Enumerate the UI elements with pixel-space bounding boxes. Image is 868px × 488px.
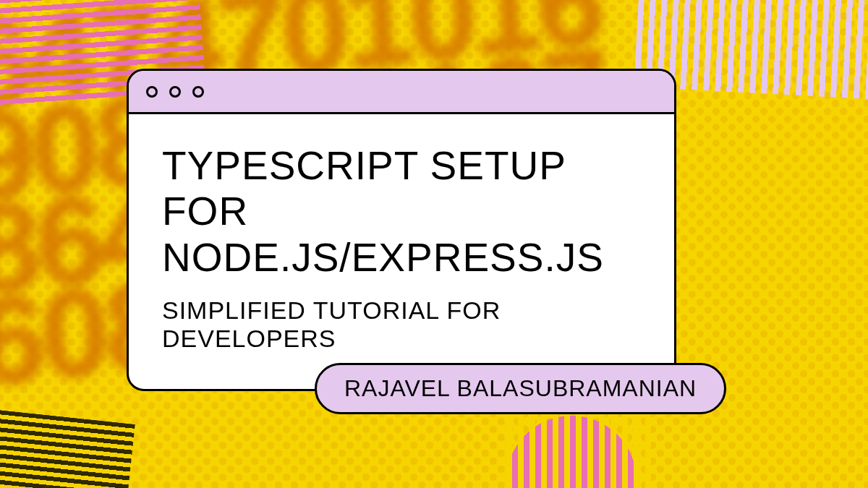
browser-window: TYPESCRIPT SETUP FOR NODE.JS/EXPRESS.JS … (127, 69, 676, 391)
subtitle: SIMPLIFIED TUTORIAL FOR DEVELOPERS (162, 296, 641, 353)
window-dot-icon (169, 86, 181, 98)
window-content: TYPESCRIPT SETUP FOR NODE.JS/EXPRESS.JS … (129, 114, 674, 389)
author-name: RAJAVEL BALASUBRAMANIAN (344, 375, 697, 402)
window-dot-icon (146, 86, 158, 98)
author-badge: RAJAVEL BALASUBRAMANIAN (315, 363, 726, 414)
window-titlebar (129, 71, 674, 114)
main-title: TYPESCRIPT SETUP FOR NODE.JS/EXPRESS.JS (162, 143, 641, 281)
stripes-bottom-right (506, 408, 651, 488)
window-dot-icon (192, 86, 204, 98)
